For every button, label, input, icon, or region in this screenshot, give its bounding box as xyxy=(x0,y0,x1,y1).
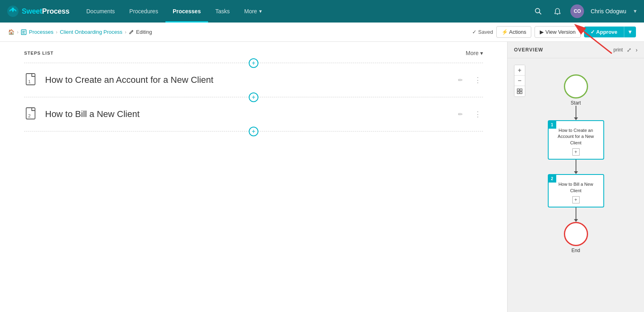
flow-start-label: Start xyxy=(571,100,581,106)
zoom-fit-button[interactable] xyxy=(514,86,525,96)
steps-more-button[interactable]: More ▾ xyxy=(466,50,483,56)
overview-controls: print ⤢ › xyxy=(613,47,638,53)
breadcrumb-bar: 🏠 › Processes › Client Onboarding Proces… xyxy=(0,23,644,42)
breadcrumb-processes[interactable]: Processes xyxy=(29,29,54,35)
flow-step-1-expand[interactable]: + xyxy=(572,148,580,156)
overview-header: OVERVIEW print ⤢ › xyxy=(508,42,644,58)
breadcrumb: 🏠 › Processes › Client Onboarding Proces… xyxy=(8,29,472,35)
search-icon[interactable] xyxy=(532,5,545,18)
flow-end-label: End xyxy=(572,248,580,253)
step-item-1[interactable]: 1 How to Create an Account for a New Cli… xyxy=(0,65,507,95)
svg-rect-15 xyxy=(520,89,522,91)
user-avatar[interactable]: CO xyxy=(570,4,584,18)
nav-procedures[interactable]: Procedures xyxy=(122,0,165,23)
sep1: › xyxy=(17,29,19,35)
flow-step-2-expand[interactable]: + xyxy=(572,196,580,203)
nav-tasks[interactable]: Tasks xyxy=(208,0,237,23)
step-item-2[interactable]: 2 How to Bill a New Client ✏ ⋮ xyxy=(0,99,507,129)
overview-title: OVERVIEW xyxy=(514,47,543,53)
top-navigation: SweetProcess Documents Procedures Proces… xyxy=(0,0,644,23)
flow-arrow-2 xyxy=(574,160,578,174)
steps-panel: STEPS LIST More ▾ + 1 How to Create an A… xyxy=(0,42,507,312)
nav-more[interactable]: More ▼ xyxy=(237,0,270,23)
flow-step-2-text: How to Bill a New Client xyxy=(553,178,599,194)
svg-point-4 xyxy=(557,14,558,14)
flow-step-badge-2: 2 xyxy=(548,174,556,183)
add-step-divider-bottom: + xyxy=(0,129,507,133)
svg-rect-6 xyxy=(22,31,25,31)
step-1-menu-button[interactable]: ⋮ xyxy=(473,74,483,86)
processes-icon xyxy=(21,29,27,35)
view-version-button[interactable]: ▶ View Version xyxy=(535,26,581,38)
expand-icon[interactable]: ⤢ xyxy=(627,47,632,53)
sweetprocess-logo-icon xyxy=(6,5,19,18)
zoom-in-button[interactable]: + xyxy=(514,65,525,76)
svg-rect-16 xyxy=(517,92,519,94)
svg-rect-8 xyxy=(22,33,25,33)
flow-end-node xyxy=(564,222,588,246)
add-step-button-middle[interactable]: + xyxy=(249,92,258,102)
step-2-edit-icon[interactable]: ✏ xyxy=(458,111,463,117)
approve-button[interactable]: ✓ Approve xyxy=(584,27,624,37)
edit-icon xyxy=(129,29,134,35)
sep2: › xyxy=(56,29,58,35)
home-link[interactable]: 🏠 xyxy=(8,29,14,35)
svg-line-9 xyxy=(132,31,133,32)
step-1-edit-icon[interactable]: ✏ xyxy=(458,77,463,83)
actions-button[interactable]: ⚡ Actions xyxy=(496,26,532,38)
svg-point-1 xyxy=(12,8,14,10)
print-button[interactable]: print xyxy=(613,47,623,53)
flow-step-node-2[interactable]: 2 How to Bill a New Client + xyxy=(548,174,604,207)
zoom-out-button[interactable]: − xyxy=(514,76,525,86)
flow-start-node xyxy=(564,74,588,99)
flow-step-1-text: How to Create an Account for a New Clien… xyxy=(553,124,599,146)
svg-text:2: 2 xyxy=(28,113,31,118)
step-2-title: How to Bill a New Client xyxy=(45,109,452,119)
logo[interactable]: SweetProcess xyxy=(6,5,69,18)
nav-processes[interactable]: Processes xyxy=(165,0,208,23)
saved-status: ✓ Saved xyxy=(472,29,493,35)
steps-list-title: STEPS LIST xyxy=(24,51,54,55)
svg-text:1: 1 xyxy=(28,79,31,84)
add-step-button-bottom[interactable]: + xyxy=(249,127,258,136)
add-step-divider-top: + xyxy=(0,61,507,65)
flow-content: Start 1 How to Create an Account for a N… xyxy=(548,66,604,304)
chevron-down-icon: ▾ xyxy=(480,50,483,56)
step-1-title: How to Create an Account for a New Clien… xyxy=(45,75,452,85)
user-dropdown-icon[interactable]: ▼ xyxy=(633,8,638,14)
approve-group: ✓ Approve ▼ xyxy=(584,27,636,37)
sep3: › xyxy=(125,29,126,35)
breadcrumb-editing: Editing xyxy=(129,29,152,35)
breadcrumb-client-onboarding[interactable]: Client Onboarding Process xyxy=(60,29,122,35)
zoom-controls: + − xyxy=(514,65,525,97)
notifications-icon[interactable] xyxy=(551,5,564,18)
more-dropdown-icon: ▼ xyxy=(258,9,263,14)
step-2-icon: 2 xyxy=(24,106,39,122)
flow-arrow-3 xyxy=(574,207,578,222)
breadcrumb-actions: ✓ Saved ⚡ Actions ▶ View Version ✓ Appro… xyxy=(472,26,636,38)
next-icon[interactable]: › xyxy=(636,47,638,53)
add-step-button-top[interactable]: + xyxy=(249,58,258,68)
svg-rect-14 xyxy=(517,89,519,91)
logo-text: SweetProcess xyxy=(22,7,69,16)
svg-line-3 xyxy=(539,12,541,14)
approve-dropdown-button[interactable]: ▼ xyxy=(624,27,636,37)
main-content: STEPS LIST More ▾ + 1 How to Create an A… xyxy=(0,42,644,312)
nav-documents[interactable]: Documents xyxy=(79,0,122,23)
svg-rect-7 xyxy=(22,32,25,32)
nav-items: Documents Procedures Processes Tasks Mor… xyxy=(79,0,532,23)
step-1-icon: 1 xyxy=(24,72,39,88)
overview-panel: OVERVIEW print ⤢ › + − Start xyxy=(507,42,644,312)
add-step-divider-middle: + xyxy=(0,95,507,99)
user-name[interactable]: Chris Odogwu xyxy=(590,8,626,14)
flow-step-node-1[interactable]: 1 How to Create an Account for a New Cli… xyxy=(548,120,604,160)
svg-rect-17 xyxy=(520,92,522,94)
flow-diagram: + − Start 1 xyxy=(508,58,644,312)
flow-arrow-1 xyxy=(574,106,578,120)
flow-step-badge-1: 1 xyxy=(548,121,556,129)
step-2-menu-button[interactable]: ⋮ xyxy=(473,108,483,120)
nav-right-controls: CO Chris Odogwu ▼ xyxy=(532,4,638,18)
